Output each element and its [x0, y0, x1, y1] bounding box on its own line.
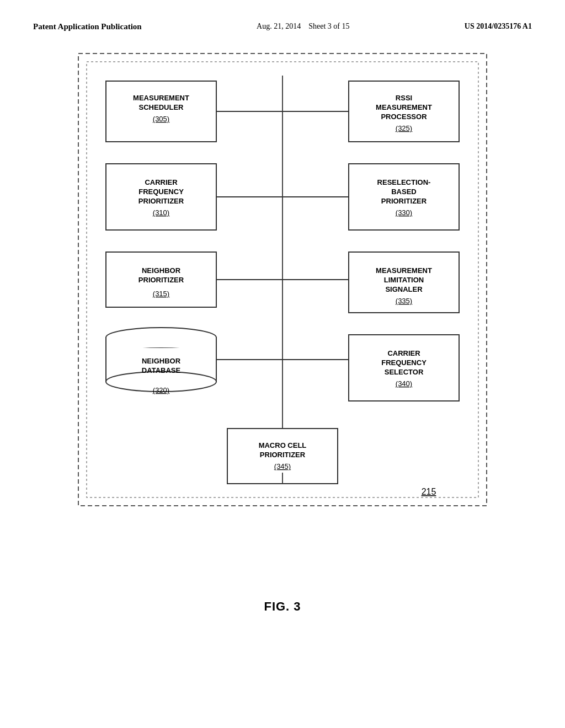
svg-text:SCHEDULER: SCHEDULER — [139, 103, 184, 111]
svg-text:MEASUREMENT: MEASUREMENT — [376, 103, 432, 111]
svg-text:(330): (330) — [396, 208, 412, 217]
svg-text:BASED: BASED — [391, 188, 417, 196]
sheet: Sheet 3 of 15 — [308, 22, 349, 30]
svg-text:FREQUENCY: FREQUENCY — [381, 358, 427, 367]
svg-rect-40 — [106, 338, 216, 347]
svg-text:PROCESSOR: PROCESSOR — [381, 113, 427, 121]
svg-text:(320): (320) — [153, 386, 169, 394]
page: Patent Application Publication Aug. 21, … — [0, 0, 565, 728]
svg-text:SIGNALER: SIGNALER — [385, 285, 423, 293]
svg-text:SELECTOR: SELECTOR — [385, 368, 424, 376]
publication-label: Patent Application Publication — [33, 22, 142, 31]
svg-text:CARRIER: CARRIER — [387, 349, 420, 357]
svg-text:NEIGHBOR: NEIGHBOR — [142, 357, 181, 365]
svg-text:MEASUREMENT: MEASUREMENT — [376, 266, 432, 275]
svg-text:(345): (345) — [274, 462, 291, 470]
svg-text:(310): (310) — [153, 208, 169, 217]
page-header: Patent Application Publication Aug. 21, … — [33, 22, 532, 31]
svg-text:PRIORITIZER: PRIORITIZER — [138, 197, 184, 205]
svg-text:MEASUREMENT: MEASUREMENT — [133, 94, 189, 102]
svg-rect-3 — [106, 81, 216, 142]
date: Aug. 21, 2014 — [257, 22, 301, 30]
svg-text:(315): (315) — [153, 290, 169, 298]
svg-text:PRIORITIZER: PRIORITIZER — [381, 197, 427, 205]
svg-text:CARRIER: CARRIER — [145, 178, 178, 186]
figure-caption: FIG. 3 — [33, 599, 532, 614]
svg-text:215: 215 — [422, 487, 436, 496]
svg-text:(325): (325) — [396, 124, 412, 132]
svg-text:(335): (335) — [396, 297, 412, 305]
svg-text:PRIORITIZER: PRIORITIZER — [260, 451, 306, 459]
svg-text:NEIGHBOR: NEIGHBOR — [142, 266, 181, 275]
svg-text:LIMITATION: LIMITATION — [384, 276, 424, 284]
svg-text:FREQUENCY: FREQUENCY — [138, 188, 184, 196]
svg-text:RESELECTION-: RESELECTION- — [377, 178, 431, 186]
svg-text:DATABASE: DATABASE — [142, 366, 181, 374]
patent-number: US 2014/0235176 A1 — [465, 22, 532, 31]
svg-text:MACRO CELL: MACRO CELL — [259, 441, 307, 449]
svg-text:RSSI: RSSI — [396, 94, 412, 102]
figure-3-diagram: MEASUREMENT SCHEDULER (305) RSSI MEASURE… — [45, 48, 520, 572]
svg-text:(340): (340) — [396, 379, 412, 388]
svg-rect-8 — [349, 81, 459, 142]
date-sheet: Aug. 21, 2014 Sheet 3 of 15 — [257, 22, 349, 31]
svg-text:(305): (305) — [153, 115, 169, 123]
svg-text:PRIORITIZER: PRIORITIZER — [138, 276, 184, 284]
